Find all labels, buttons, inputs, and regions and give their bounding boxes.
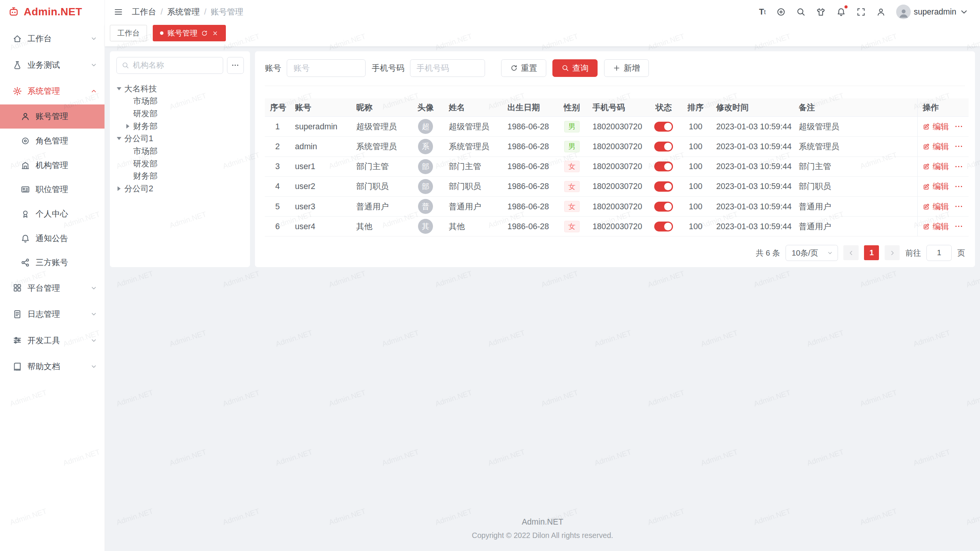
- breadcrumb-item[interactable]: 系统管理: [167, 7, 200, 17]
- more-actions-button[interactable]: [954, 202, 963, 211]
- more-actions-button[interactable]: [954, 122, 963, 131]
- gender-badge: 男: [564, 121, 580, 132]
- system-mgmt-submenu: 账号管理 角色管理 机构管理 职位管理 个人中心: [0, 104, 105, 275]
- chevron-down-icon: [90, 363, 97, 370]
- tree-node[interactable]: 研发部: [116, 157, 244, 170]
- status-toggle[interactable]: [654, 222, 673, 231]
- page-size-select[interactable]: 10条/页: [786, 245, 838, 261]
- caret-collapsed-icon[interactable]: [125, 124, 131, 129]
- sidebar-item-personal-center[interactable]: 个人中心: [0, 202, 105, 226]
- caret-collapsed-icon[interactable]: [116, 186, 122, 191]
- tab-workbench[interactable]: 工作台: [110, 25, 147, 41]
- main-area: 工作台 / 系统管理 / 账号管理 Tt superadmin: [105, 0, 980, 551]
- tree-node[interactable]: 分公司1: [116, 132, 244, 145]
- chevron-down-icon: [90, 35, 97, 42]
- tree-node[interactable]: 市场部: [116, 95, 244, 108]
- org-search-input[interactable]: [133, 61, 218, 70]
- theme-icon[interactable]: [816, 7, 825, 16]
- sidebar-item-help-docs[interactable]: 帮助文档: [0, 354, 105, 380]
- search-icon[interactable]: [796, 7, 805, 16]
- sidebar-item-notice[interactable]: 通知公告: [0, 226, 105, 251]
- font-size-icon[interactable]: Tt: [759, 7, 766, 16]
- tree-node[interactable]: 财务部: [116, 120, 244, 132]
- next-page-button[interactable]: [885, 245, 900, 260]
- tree-node[interactable]: 研发部: [116, 108, 244, 120]
- reset-button[interactable]: 重置: [501, 59, 546, 77]
- page-number-1[interactable]: 1: [864, 245, 879, 260]
- edit-button[interactable]: 编辑: [923, 221, 949, 232]
- tree-node[interactable]: 市场部: [116, 145, 244, 158]
- search-icon: [562, 64, 569, 72]
- status-toggle[interactable]: [654, 202, 673, 212]
- user-menu[interactable]: superadmin: [896, 5, 969, 19]
- table-row[interactable]: 2 admin 系统管理员 系 系统管理员 1986-06-28 男 18020…: [265, 137, 969, 156]
- tree-toolbar: [116, 57, 244, 74]
- chevron-up-icon: [90, 88, 97, 95]
- logo[interactable]: Admin.NET: [0, 0, 105, 24]
- sidebar-item-system-mgmt[interactable]: 系统管理: [0, 78, 105, 104]
- sidebar-item-platform-mgmt[interactable]: 平台管理: [0, 275, 105, 301]
- edit-button[interactable]: 编辑: [923, 181, 949, 192]
- phone-filter-input[interactable]: [410, 59, 485, 77]
- sidebar-item-position-mgmt[interactable]: 职位管理: [0, 178, 105, 202]
- caret-expanded-icon[interactable]: [116, 87, 122, 90]
- logo-icon: [8, 6, 19, 17]
- sidebar-item-log-mgmt[interactable]: 日志管理: [0, 301, 105, 328]
- chevron-down-icon: [90, 311, 97, 318]
- query-button[interactable]: 查询: [552, 59, 598, 77]
- chevron-down-icon: [827, 250, 833, 256]
- goto-page-input[interactable]: [926, 245, 951, 261]
- edit-button[interactable]: 编辑: [923, 161, 949, 172]
- sidebar-item-org-mgmt[interactable]: 机构管理: [0, 153, 105, 178]
- tree-more-button[interactable]: [227, 57, 244, 74]
- status-toggle[interactable]: [654, 161, 673, 171]
- status-toggle[interactable]: [654, 142, 673, 152]
- language-icon[interactable]: [776, 7, 786, 16]
- table-row[interactable]: 1 superadmin 超级管理员 超 超级管理员 1986-06-28 男 …: [265, 117, 969, 137]
- row-avatar: 其: [418, 219, 433, 234]
- more-actions-button[interactable]: [954, 162, 963, 171]
- id-card-icon: [21, 185, 30, 194]
- tab-account-mgmt[interactable]: 账号管理: [153, 25, 226, 41]
- close-icon[interactable]: [212, 30, 219, 37]
- more-actions-button[interactable]: [954, 222, 963, 231]
- sidebar-item-business-test[interactable]: 业务测试: [0, 52, 105, 78]
- table-row[interactable]: 4 user2 部门职员 部 部门职员 1986-06-28 女 1802003…: [265, 176, 969, 196]
- pagination: 共 6 条 10条/页 1 前往 页: [265, 236, 965, 261]
- edit-icon: [923, 223, 930, 230]
- fullscreen-icon[interactable]: [856, 7, 866, 16]
- table-row[interactable]: 5 user3 普通用户 普 普通用户 1986-06-28 女 1802003…: [265, 197, 969, 217]
- refresh-icon[interactable]: [201, 30, 208, 37]
- tree-node[interactable]: 分公司2: [116, 183, 244, 195]
- prev-page-button[interactable]: [843, 245, 858, 260]
- tree-node[interactable]: 大名科技: [116, 82, 244, 95]
- edit-button[interactable]: 编辑: [923, 201, 949, 212]
- user-icon[interactable]: [876, 7, 885, 16]
- status-toggle[interactable]: [654, 122, 673, 132]
- edit-button[interactable]: 编辑: [923, 141, 949, 152]
- notification-icon[interactable]: [836, 7, 846, 16]
- table-row[interactable]: 6 user4 其他 其 其他 1986-06-28 女 18020030720…: [265, 217, 969, 236]
- more-actions-button[interactable]: [954, 142, 963, 151]
- caret-expanded-icon[interactable]: [116, 137, 122, 140]
- flask-icon: [13, 60, 22, 70]
- edit-icon: [923, 183, 930, 191]
- sidebar-item-third-party-account[interactable]: 三方账号: [0, 251, 105, 275]
- edit-button[interactable]: 编辑: [923, 121, 949, 132]
- edit-icon: [923, 143, 930, 150]
- breadcrumb-item[interactable]: 工作台: [132, 7, 156, 17]
- account-filter-input[interactable]: [287, 59, 366, 77]
- tree-node[interactable]: 财务部: [116, 170, 244, 183]
- gender-badge: 女: [564, 221, 580, 232]
- sidebar-item-role-mgmt[interactable]: 角色管理: [0, 129, 105, 153]
- org-search-box[interactable]: [116, 57, 223, 74]
- table-row[interactable]: 3 user1 部门主管 部 部门主管 1986-06-28 女 1802003…: [265, 156, 969, 176]
- add-button[interactable]: 新增: [604, 59, 649, 77]
- hamburger-icon[interactable]: [114, 7, 123, 16]
- more-actions-button[interactable]: [954, 182, 963, 191]
- sidebar-item-dev-tools[interactable]: 开发工具: [0, 327, 105, 354]
- org-tree-panel: 大名科技 市场部 研发部 财务部 分公司1 市场部 研发部 财务部 分公司2: [110, 51, 250, 267]
- sidebar-item-account-mgmt[interactable]: 账号管理: [0, 104, 105, 129]
- sidebar-item-workbench[interactable]: 工作台: [0, 26, 105, 52]
- status-toggle[interactable]: [654, 181, 673, 191]
